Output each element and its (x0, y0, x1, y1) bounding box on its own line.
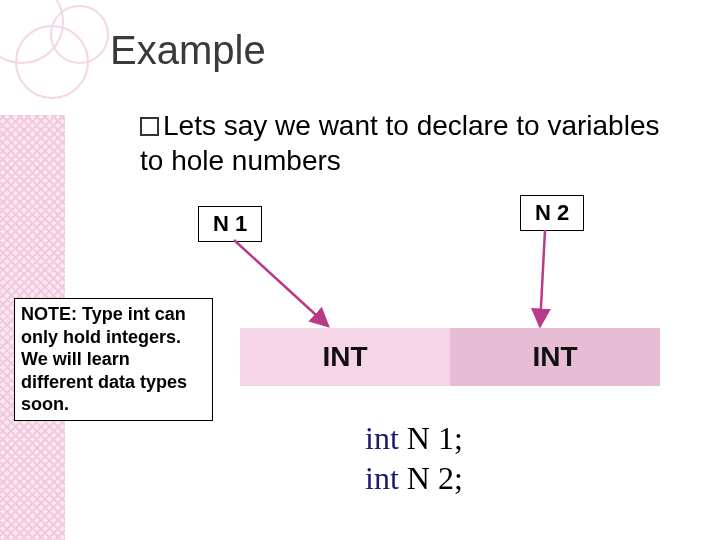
page-title: Example (110, 28, 266, 73)
code-line-2: int N 2; (365, 458, 463, 498)
code-line-1: int N 1; (365, 418, 463, 458)
label-n2: N 2 (520, 195, 584, 231)
arrows (0, 0, 720, 540)
arrow-n2-to-int (540, 230, 545, 326)
int-row: INT INT (240, 328, 660, 386)
code-rest-1: N 1; (399, 420, 463, 456)
keyword-int-2: int (365, 460, 399, 496)
body-text: Lets say we want to declare to variables… (140, 108, 675, 178)
keyword-int-1: int (365, 420, 399, 456)
bullet-icon (140, 117, 159, 136)
label-n1: N 1 (198, 206, 262, 242)
code-rest-2: N 2; (399, 460, 463, 496)
code-block: int N 1; int N 2; (365, 418, 463, 498)
slide: Example Lets say we want to declare to v… (0, 0, 720, 540)
note-box: NOTE: Type int can only hold integers. W… (14, 298, 213, 421)
int-box-right: INT (450, 328, 660, 386)
int-box-left: INT (240, 328, 450, 386)
body-line: Lets say we want to declare to variables… (140, 110, 659, 176)
arrow-n1-to-int (234, 240, 328, 326)
